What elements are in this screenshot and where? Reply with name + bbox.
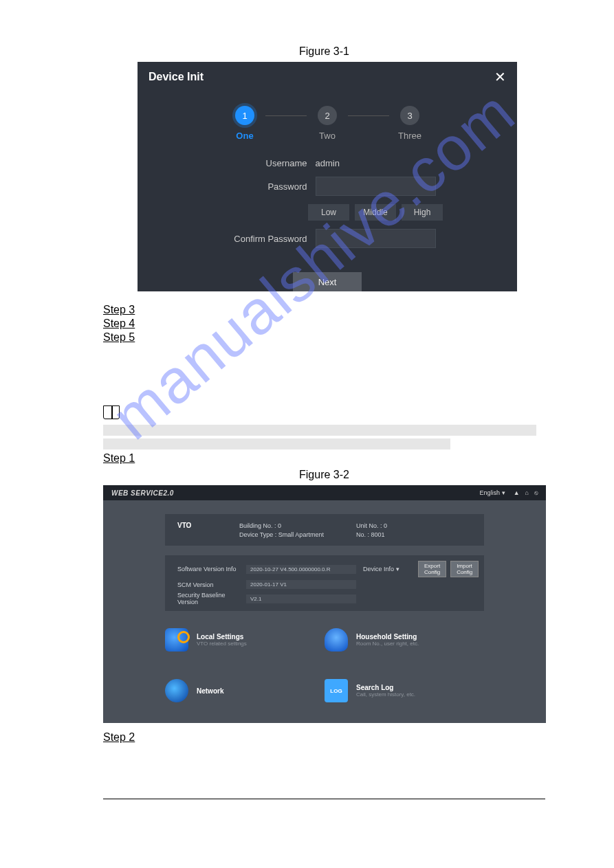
device-init-dialog: Device Init ✕ 1 One 2 Two 3 Three Userna… bbox=[138, 62, 517, 291]
device-no: No. : 8001 bbox=[356, 531, 385, 538]
step-3-link[interactable]: Step 3 bbox=[103, 304, 545, 316]
step-1-label: One bbox=[236, 131, 253, 141]
figure-3-1-caption: Figure 3-1 bbox=[103, 45, 545, 58]
step-3-number: 3 bbox=[400, 106, 419, 125]
book-icon bbox=[103, 405, 120, 419]
export-config-button[interactable]: Export Config bbox=[418, 561, 446, 577]
unit-no: Unit No. : 0 bbox=[356, 522, 387, 529]
step-2-link[interactable]: Step 2 bbox=[103, 731, 545, 744]
strength-low: Low bbox=[308, 204, 349, 221]
step-connector bbox=[265, 115, 307, 116]
device-type: Device Type : Small Apartment bbox=[239, 531, 336, 538]
search-log-title: Search Log bbox=[356, 684, 415, 691]
logout-icon[interactable]: ⎋ bbox=[534, 489, 538, 496]
step-1: 1 One bbox=[224, 106, 265, 141]
confirm-password-input[interactable] bbox=[316, 229, 436, 248]
step-1-number: 1 bbox=[235, 106, 254, 125]
globe-icon bbox=[165, 679, 188, 702]
security-baseline-label: Security Baseline Version bbox=[177, 592, 246, 605]
step-2-number: 2 bbox=[318, 106, 337, 125]
strength-middle: Middle bbox=[355, 204, 396, 221]
step-5-link[interactable]: Step 5 bbox=[103, 331, 545, 344]
step-2: 2 Two bbox=[307, 106, 348, 141]
step-3-indicator: 3 Three bbox=[389, 106, 430, 141]
strength-high: High bbox=[402, 204, 443, 221]
footer-divider bbox=[103, 799, 545, 799]
dialog-title: Device Init bbox=[149, 71, 204, 83]
language-selector[interactable]: English ▾ bbox=[480, 489, 505, 496]
household-setting-sub: Room No., user right, etc. bbox=[356, 641, 419, 647]
step-4-link[interactable]: Step 4 bbox=[103, 318, 545, 330]
step-2-label: Two bbox=[319, 131, 336, 141]
device-info-label: Device Info bbox=[363, 566, 394, 572]
figure-3-2-caption: Figure 3-2 bbox=[103, 469, 545, 481]
redacted-bar bbox=[103, 425, 536, 436]
network-tile[interactable]: Network bbox=[165, 679, 325, 702]
person-icon bbox=[325, 628, 348, 652]
building-no: Building No. : 0 bbox=[239, 522, 336, 529]
scm-version-label: SCM Version bbox=[177, 581, 246, 588]
import-config-button[interactable]: Import Config bbox=[450, 561, 479, 577]
close-icon[interactable]: ✕ bbox=[494, 69, 506, 85]
software-version-value: 2020-10-27 V4.500.0000000.0.R bbox=[246, 565, 356, 574]
security-baseline-value: V2.1 bbox=[246, 594, 356, 603]
next-button[interactable]: Next bbox=[293, 272, 362, 291]
step-1-link[interactable]: Step 1 bbox=[103, 452, 545, 465]
web-service-screenshot: WEB SERVICE2.0 English ▾ ▲ ⌂ ⎋ VTO Build… bbox=[103, 485, 546, 723]
step-connector bbox=[348, 115, 389, 116]
local-settings-tile[interactable]: Local Settings VTO related settings bbox=[165, 628, 325, 652]
local-settings-sub: VTO related settings bbox=[197, 641, 247, 647]
password-input[interactable] bbox=[316, 177, 436, 196]
confirm-password-label: Confirm Password bbox=[219, 234, 316, 244]
local-settings-title: Local Settings bbox=[197, 633, 247, 641]
search-log-tile[interactable]: LOG Search Log Call, system history, etc… bbox=[325, 679, 484, 702]
redacted-bar bbox=[103, 438, 450, 449]
web-service-logo: WEB SERVICE2.0 bbox=[111, 489, 174, 497]
scm-version-value: 2020-01-17 V1 bbox=[246, 580, 356, 589]
vto-title: VTO bbox=[177, 522, 219, 529]
software-version-label: Software Version Info bbox=[177, 566, 246, 572]
log-icon: LOG bbox=[325, 679, 348, 702]
version-info-panel: Software Version Info 2020-10-27 V4.500.… bbox=[165, 555, 484, 611]
step-3-label: Three bbox=[398, 131, 421, 141]
home-icon[interactable]: ⌂ bbox=[525, 489, 529, 496]
household-setting-title: Household Setting bbox=[356, 633, 419, 641]
gear-icon bbox=[165, 628, 188, 652]
user-icon[interactable]: ▲ bbox=[514, 489, 520, 496]
username-label: Username bbox=[219, 158, 316, 168]
vto-info-panel: VTO Building No. : 0 Unit No. : 0 Device… bbox=[165, 514, 484, 546]
search-log-sub: Call, system history, etc. bbox=[356, 691, 415, 698]
network-title: Network bbox=[197, 687, 223, 695]
password-label: Password bbox=[219, 181, 316, 192]
username-value: admin bbox=[316, 158, 436, 168]
step-indicator: 1 One 2 Two 3 Three bbox=[138, 106, 517, 141]
household-setting-tile[interactable]: Household Setting Room No., user right, … bbox=[325, 628, 484, 652]
